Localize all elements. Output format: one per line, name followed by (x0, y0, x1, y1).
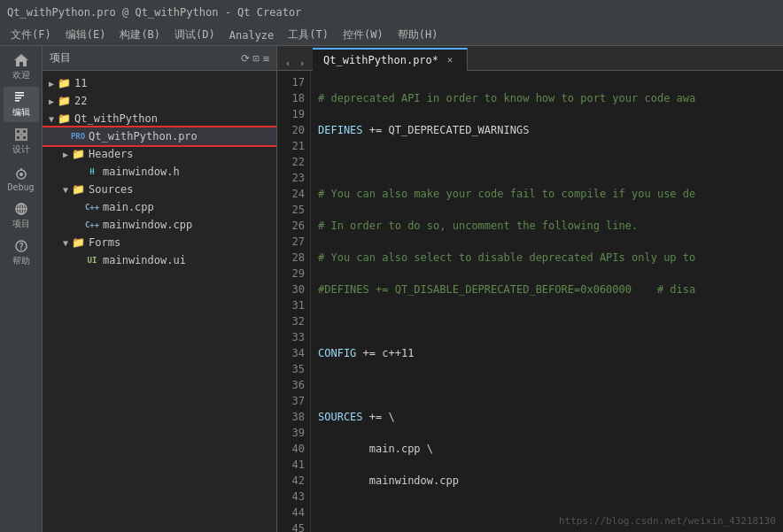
code-line-29: mainwindow.cpp (318, 473, 776, 489)
options-icon[interactable]: ≡ (263, 52, 269, 65)
tab-nav-next[interactable]: › (295, 56, 309, 70)
svg-rect-5 (16, 129, 20, 134)
tree-item-11[interactable]: ▶ 📁 11 (43, 74, 276, 92)
tab-pro[interactable]: Qt_withPython.pro* ✕ (313, 48, 468, 71)
svg-rect-4 (15, 100, 19, 102)
sidebar-item-edit[interactable]: 编辑 (4, 87, 39, 122)
menu-help[interactable]: 帮助(H) (391, 26, 446, 44)
label-forms: Forms (89, 236, 120, 249)
cpp-icon-mw: C++ (85, 219, 99, 231)
arrow-qt: ▼ (46, 114, 57, 124)
code-line-17: # deprecated API in order to know how to… (318, 90, 776, 106)
menu-file[interactable]: 文件(F) (4, 26, 58, 44)
project-icon (14, 202, 28, 216)
code-line-28: main.cpp \ (318, 441, 776, 457)
label-headers: Headers (89, 148, 134, 160)
menu-edit[interactable]: 编辑(E) (58, 26, 113, 44)
code-line-30 (318, 505, 776, 520)
sidebar-item-design[interactable]: 设计 (4, 124, 39, 159)
label-22: 22 (74, 95, 87, 107)
code-line-26 (318, 377, 776, 393)
file-tree-title: 项目 (50, 50, 71, 66)
arrow-forms: ▼ (60, 238, 71, 248)
tree-item-sources[interactable]: ▼ 📁 Sources (43, 181, 276, 198)
tree-item-headers[interactable]: ▶ 📁 Headers (43, 145, 276, 163)
editor-area: ‹ › Qt_withPython.pro* ✕ 17 18 19 20 21 … (277, 46, 783, 532)
svg-rect-6 (22, 129, 27, 134)
menu-controls[interactable]: 控件(W) (336, 26, 391, 44)
code-line-24 (318, 313, 776, 329)
svg-rect-8 (22, 135, 27, 140)
sidebar-item-help[interactable]: ? 帮助 (4, 235, 39, 271)
file-tree-content: ▶ 📁 11 ▶ 📁 22 ▼ 📁 Qt_withPython PRO Qt_w… (43, 71, 276, 532)
ui-icon: UI (85, 254, 99, 266)
code-line-22: # You can also select to disable depreca… (318, 250, 776, 266)
label-mwcpp: mainwindow.cpp (103, 219, 192, 231)
tab-bar: ‹ › Qt_withPython.pro* ✕ (277, 46, 783, 71)
h-icon: H (85, 166, 99, 178)
filter-icon[interactable]: ⊡ (253, 52, 260, 65)
edit-icon (14, 90, 28, 104)
code-line-23: #DEFINES += QT_DISABLE_DEPRECATED_BEFORE… (318, 281, 776, 297)
tab-pro-label: Qt_withPython.pro* (323, 54, 438, 66)
svg-rect-2 (15, 95, 24, 96)
arrow-headers: ▶ (60, 150, 71, 159)
svg-text:?: ? (19, 242, 24, 251)
sidebar-label-help: 帮助 (12, 255, 30, 267)
menu-tools[interactable]: 工具(T) (281, 26, 336, 44)
file-tree-panel: 项目 ⟳ ⊡ ≡ ▶ 📁 11 ▶ 📁 22 ▼ 📁 (43, 46, 277, 532)
sidebar-label-project: 项目 (12, 218, 30, 230)
sync-icon[interactable]: ⟳ (241, 52, 250, 65)
folder-icon-forms: 📁 (71, 236, 85, 249)
svg-rect-7 (16, 135, 20, 140)
tree-item-forms[interactable]: ▼ 📁 Forms (43, 234, 276, 251)
home-icon (13, 53, 29, 67)
tree-item-pro[interactable]: PRO Qt_withPython.pro (43, 127, 276, 145)
tree-item-main-cpp[interactable]: C++ main.cpp (43, 198, 276, 216)
code-line-27: SOURCES += \ (318, 409, 776, 425)
debug-icon (14, 166, 28, 181)
folder-icon-sources: 📁 (71, 183, 85, 196)
sidebar-item-project[interactable]: 项目 (4, 198, 39, 234)
svg-rect-3 (15, 97, 21, 99)
arrow-sources: ▼ (60, 185, 71, 195)
main-layout: 欢迎 编辑 设计 De (0, 46, 783, 532)
sidebar-label-debug: Debug (7, 182, 34, 192)
icon-sidebar: 欢迎 编辑 设计 De (0, 46, 43, 532)
tree-item-mainwindow-h[interactable]: H mainwindow.h (43, 163, 276, 181)
design-icon (14, 127, 28, 142)
sidebar-item-debug[interactable]: Debug (4, 161, 39, 197)
label-sources: Sources (89, 183, 134, 196)
menu-analyze[interactable]: Analyze (222, 27, 282, 43)
tab-close-pro[interactable]: ✕ (444, 54, 456, 66)
file-tree-header: 项目 ⟳ ⊡ ≡ (43, 46, 276, 71)
svg-point-10 (19, 173, 23, 176)
tree-item-mainwindow-cpp[interactable]: C++ mainwindow.cpp (43, 216, 276, 234)
tree-item-22[interactable]: ▶ 📁 22 (43, 92, 276, 110)
svg-marker-0 (14, 54, 28, 66)
tab-nav-prev[interactable]: ‹ (281, 56, 295, 70)
label-mwui: mainwindow.ui (103, 254, 186, 266)
folder-icon-headers: 📁 (71, 148, 85, 160)
tab-nav-left: ‹ › (277, 56, 313, 70)
label-main-cpp: main.cpp (103, 201, 154, 213)
folder-icon-22: 📁 (57, 95, 71, 107)
code-content[interactable]: # deprecated API in order to know how to… (311, 71, 783, 532)
code-line-25: CONFIG += c++11 (318, 345, 776, 361)
tree-item-mainwindow-ui[interactable]: UI mainwindow.ui (43, 251, 276, 269)
sidebar-label-welcome: 欢迎 (12, 69, 30, 81)
arrow-11: ▶ (46, 79, 57, 89)
label-mwh: mainwindow.h (103, 166, 180, 178)
sidebar-item-welcome[interactable]: 欢迎 (4, 50, 39, 85)
label-qt: Qt_withPython (74, 112, 158, 125)
code-line-18: DEFINES += QT_DEPRECATED_WARNINGS (318, 122, 776, 138)
folder-icon-11: 📁 (57, 77, 71, 89)
sidebar-label-edit: 编辑 (12, 106, 30, 119)
help-icon: ? (14, 239, 28, 253)
menu-build[interactable]: 构建(B) (112, 26, 167, 44)
pro-icon: PRO (71, 130, 85, 143)
menu-debug[interactable]: 调试(D) (167, 26, 222, 44)
label-11: 11 (74, 77, 87, 89)
code-line-21: # In order to do so, uncomment the follo… (318, 218, 776, 234)
tree-item-qt-withpython[interactable]: ▼ 📁 Qt_withPython (43, 110, 276, 127)
